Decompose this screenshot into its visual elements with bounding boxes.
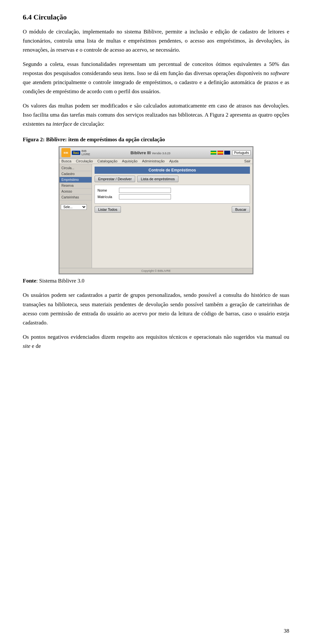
form-label-nome: Nome — [98, 188, 117, 192]
emprestar-devolver-button[interactable]: Emprestar / Devolver — [95, 176, 135, 182]
fonte-rest: : Sistema Biblivre 3.0 — [36, 278, 84, 284]
biblivre-flags: Português — [211, 150, 251, 155]
paragraph-2: Segundo a coleta, essas funcionalidades … — [23, 60, 289, 96]
biblivre-header-left: BIB Itaú BIBLIVRE — [61, 148, 90, 157]
flag-spain-icon[interactable] — [217, 151, 223, 155]
sidebar-item-circulacao[interactable]: Circula... — [59, 165, 92, 171]
itau-logo: Itaú — [72, 151, 80, 155]
sidebar-item-carteirinhas[interactable]: Carteirinhas — [59, 195, 92, 200]
fonte-bold: Fonte — [23, 278, 36, 284]
page-number: 38 — [284, 628, 289, 634]
biblivre-body: Circula... Cadastro Empréstimo Reserva A… — [59, 164, 253, 268]
paragraph-4: Os usuários podem ser cadastrados a part… — [23, 291, 289, 327]
figure-container: BIB Itaú BIBLIVRE Biblivre III Versão 3.… — [58, 146, 254, 274]
paragraph-1: O módulo de circulação, implementado no … — [23, 27, 289, 55]
empty-space — [95, 213, 250, 252]
menu-aquisicao[interactable]: Aquisição — [122, 159, 137, 163]
biblivre-app-title: Biblivre III Versão 3.0.23 — [90, 150, 211, 155]
sidebar-item-reserva[interactable]: Reserva — [59, 183, 92, 189]
form-row-matricula: Matrícula — [98, 194, 247, 199]
paragraph-3: Os valores das multas podem ser modifica… — [23, 101, 289, 129]
menu-sair[interactable]: Sair — [244, 159, 251, 163]
menu-busca[interactable]: Busca — [61, 159, 72, 163]
biblivre-app: BIB Itaú BIBLIVRE Biblivre III Versão 3.… — [59, 146, 253, 274]
menu-circulacao[interactable]: Circulação — [76, 159, 93, 163]
paragraph-5: Os pontos negativos evidenciados dizem r… — [23, 333, 289, 351]
menu-ajuda[interactable]: Ajuda — [169, 159, 178, 163]
figure-label-bold: Figura 2 — [23, 136, 43, 143]
biblivre-form: Nome Matrícula — [95, 185, 250, 204]
form-input-nome[interactable] — [119, 188, 171, 193]
figure-fonte: Fonte: Sistema Biblivre 3.0 — [23, 278, 289, 284]
biblivre-version: Versão 3.0.23 — [152, 152, 170, 155]
menu-catalogacao[interactable]: Catalogação — [98, 159, 118, 163]
lista-emprestimos-button[interactable]: Lista de empréstimos — [137, 176, 178, 182]
sidebar-item-cadastro[interactable]: Cadastro — [59, 171, 92, 177]
sidebar-select-area: Sele... — [59, 202, 92, 210]
flag-uk-icon[interactable] — [224, 151, 230, 155]
bib-livre-text: BIBLIVRE — [82, 149, 90, 156]
buscar-button[interactable]: Buscar — [232, 206, 250, 213]
panel-title: Controle de Empréstimos — [95, 167, 250, 174]
form-input-matricula[interactable] — [119, 194, 171, 199]
biblivre-main-content: Controle de Empréstimos Emprestar / Devo… — [92, 164, 253, 268]
listar-todos-button[interactable]: Listar Todos — [95, 206, 121, 213]
biblivre-sidebar: Circula... Cadastro Empréstimo Reserva A… — [59, 164, 92, 268]
sele-dropdown[interactable]: Sele... — [61, 204, 87, 210]
page-title: 6.4 Circulação — [23, 13, 289, 21]
menu-administracao[interactable]: Administração — [142, 159, 165, 163]
biblivre-footer-bar: Listar Todos Buscar — [95, 206, 250, 213]
biblivre-menubar: Busca Circulação Catalogação Aquisição A… — [59, 158, 253, 164]
figure-label-rest: : Biblivre: item de empréstimos da opção… — [43, 136, 165, 143]
form-row-nome: Nome — [98, 188, 247, 193]
flag-brazil-icon[interactable] — [211, 151, 216, 155]
bib-logo-icon: BIB — [61, 148, 71, 157]
form-label-matricula: Matrícula — [98, 195, 117, 199]
biblivre-titlebar: BIB Itaú BIBLIVRE Biblivre III Versão 3.… — [59, 147, 253, 158]
sidebar-item-acesso[interactable]: Acesso — [59, 189, 92, 195]
biblivre-toolbar: Emprestar / Devolver Lista de empréstimo… — [95, 176, 250, 182]
sidebar-item-emprestimo[interactable]: Empréstimo — [59, 177, 92, 183]
select-label: Sele... — [59, 204, 92, 210]
figure-label: Figura 2: Biblivre: item de empréstimos … — [23, 136, 289, 143]
biblivre-copyright: Copyright © BIBLIVRE — [59, 268, 253, 273]
language-selector[interactable]: Português — [232, 150, 251, 155]
